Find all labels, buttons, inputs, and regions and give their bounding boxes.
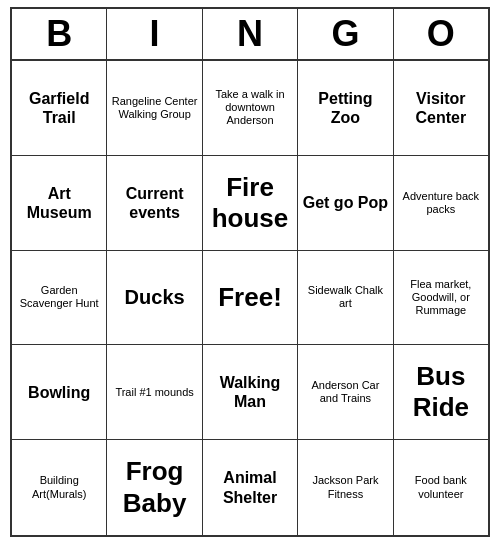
bingo-letter-b: B <box>12 9 107 61</box>
bingo-cell-1-2: Fire house <box>203 156 298 251</box>
bingo-cell-0-2: Take a walk in downtown Anderson <box>203 61 298 156</box>
bingo-cell-2-0: Garden Scavenger Hunt <box>12 251 107 346</box>
bingo-cell-2-1: Ducks <box>107 251 202 346</box>
bingo-cell-4-4: Food bank volunteer <box>394 440 488 535</box>
bingo-cell-4-1: Frog Baby <box>107 440 202 535</box>
bingo-cell-1-4: Adventure back packs <box>394 156 488 251</box>
bingo-cell-3-2: Walking Man <box>203 345 298 440</box>
bingo-cell-4-3: Jackson Park Fitness <box>298 440 393 535</box>
bingo-cell-2-3: Sidewalk Chalk art <box>298 251 393 346</box>
bingo-cell-1-3: Get go Pop <box>298 156 393 251</box>
bingo-cell-3-0: Bowling <box>12 345 107 440</box>
bingo-grid: Garfield TrailRangeline Center Walking G… <box>12 61 488 535</box>
bingo-letter-n: N <box>203 9 298 61</box>
bingo-row-1: Art MuseumCurrent eventsFire houseGet go… <box>12 156 488 251</box>
bingo-cell-1-0: Art Museum <box>12 156 107 251</box>
bingo-cell-2-2: Free! <box>203 251 298 346</box>
bingo-row-0: Garfield TrailRangeline Center Walking G… <box>12 61 488 156</box>
bingo-cell-1-1: Current events <box>107 156 202 251</box>
bingo-row-2: Garden Scavenger HuntDucksFree!Sidewalk … <box>12 251 488 346</box>
bingo-cell-3-3: Anderson Car and Trains <box>298 345 393 440</box>
bingo-cell-0-0: Garfield Trail <box>12 61 107 156</box>
bingo-cell-3-4: Bus Ride <box>394 345 488 440</box>
bingo-letter-i: I <box>107 9 202 61</box>
bingo-letter-g: G <box>298 9 393 61</box>
bingo-cell-3-1: Trail #1 mounds <box>107 345 202 440</box>
bingo-card: BINGO Garfield TrailRangeline Center Wal… <box>10 7 490 537</box>
bingo-cell-0-4: Visitor Center <box>394 61 488 156</box>
bingo-cell-4-0: Building Art(Murals) <box>12 440 107 535</box>
bingo-header: BINGO <box>12 9 488 61</box>
bingo-cell-4-2: Animal Shelter <box>203 440 298 535</box>
bingo-letter-o: O <box>394 9 488 61</box>
bingo-row-4: Building Art(Murals)Frog BabyAnimal Shel… <box>12 440 488 535</box>
bingo-row-3: BowlingTrail #1 moundsWalking ManAnderso… <box>12 345 488 440</box>
bingo-cell-0-3: Petting Zoo <box>298 61 393 156</box>
bingo-cell-0-1: Rangeline Center Walking Group <box>107 61 202 156</box>
bingo-cell-2-4: Flea market, Goodwill, or Rummage <box>394 251 488 346</box>
